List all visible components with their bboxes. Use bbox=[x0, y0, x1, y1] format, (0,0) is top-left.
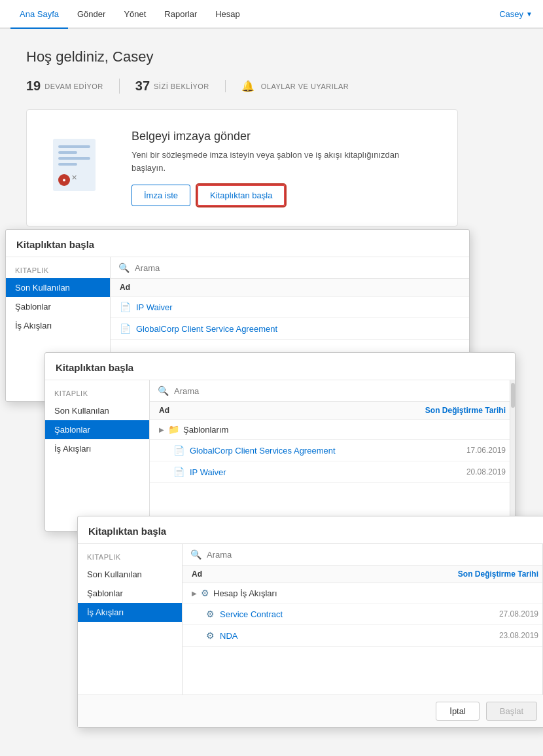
panel2-search-input[interactable] bbox=[174, 386, 507, 396]
nav-item-account[interactable]: Hesap bbox=[206, 0, 249, 29]
doc-icon-p2-2: 📄 bbox=[173, 467, 184, 477]
doc-icon-2: 📄 bbox=[120, 323, 131, 334]
stat-label-waiting: SİZİ BEKLİYOR bbox=[154, 82, 209, 90]
stat-label-inprogress: DEVAM EDİYOR bbox=[44, 82, 103, 90]
panel2-table-header: Ad Son Değiştirme Tarihi bbox=[150, 402, 515, 420]
doc-icon-p2-1: 📄 bbox=[173, 445, 184, 456]
promo-document-icon: ● ✕ bbox=[53, 139, 105, 198]
panel3-sidebar-son-kullanilan[interactable]: Son Kullanılan bbox=[78, 565, 182, 584]
workflow-icon-1: ⚙ bbox=[206, 609, 215, 619]
panel3-search-icon: 🔍 bbox=[190, 549, 201, 560]
panel2-body: Kitaplık Son Kullanılan Şablonlar İş Akı… bbox=[45, 380, 515, 531]
xmark-icon: ✕ bbox=[71, 173, 77, 182]
panel2-content: 🔍 Ad Son Değiştirme Tarihi ▶ 📁 Şablonlar… bbox=[150, 380, 515, 531]
panel1-sidebar-son-kullanilan[interactable]: Son Kullanılan bbox=[6, 278, 110, 297]
panel3-sidebar-sablonlar[interactable]: Şablonlar bbox=[78, 584, 182, 603]
workflow-folder-icon: ⚙ bbox=[201, 588, 209, 598]
panel1-sidebar-label: Kitaplık bbox=[6, 264, 110, 278]
workflow-icon-2: ⚙ bbox=[206, 630, 215, 641]
username-label: Casey bbox=[499, 9, 523, 19]
panel3-title: Kitaplıktan başla bbox=[78, 516, 543, 544]
panel2-row-1[interactable]: 📄 GlobalCorp Client Services Agreement 1… bbox=[150, 440, 515, 461]
panel2-folder-row[interactable]: ▶ 📁 Şablonlarım bbox=[150, 420, 515, 440]
panel3-body: Kitaplık Son Kullanılan Şablonlar İş Akı… bbox=[78, 544, 543, 694]
panel2-title: Kitaplıktan başla bbox=[45, 353, 515, 380]
stat-label-notifications: OLAYLAR VE UYARILAR bbox=[261, 82, 349, 90]
bell-icon: 🔔 bbox=[241, 80, 254, 92]
welcome-heading: Hoş geldiniz, Casey bbox=[26, 48, 517, 65]
nav-item-manage[interactable]: Yönet bbox=[114, 0, 155, 29]
seal-icon: ● bbox=[58, 174, 70, 186]
panel2-sidebar-son-kullanilan[interactable]: Son Kullanılan bbox=[45, 401, 149, 420]
panel1-table-header: Ad bbox=[111, 279, 469, 297]
imza-iste-button[interactable]: İmza iste bbox=[131, 185, 190, 206]
promo-buttons: İmza iste Kitaplıktan başla bbox=[131, 185, 431, 206]
stat-number-waiting: 37 bbox=[135, 79, 150, 94]
panel2-search-area: 🔍 bbox=[150, 380, 515, 402]
scrollbar-track-p2[interactable] bbox=[510, 380, 515, 531]
panel1-search-input[interactable] bbox=[135, 263, 461, 273]
user-menu[interactable]: Casey ▼ bbox=[499, 9, 533, 19]
panel3-sidebar-label: Kitaplık bbox=[78, 550, 182, 565]
panel1-search-area: 🔍 bbox=[111, 257, 469, 279]
panel1-search-icon: 🔍 bbox=[118, 262, 130, 273]
panel-is-akislari: Kitaplıktan başla Kitaplık Son Kullanıla… bbox=[77, 516, 543, 728]
panel3-content: 🔍 Ad Son Değiştirme Tarihi ▶ ⚙ Hesap İş … bbox=[183, 544, 543, 694]
panel3-footer: İptal Başlat bbox=[78, 694, 543, 727]
panel1-title: Kitaplıktan başla bbox=[6, 230, 469, 257]
panel2-sidebar: Kitaplık Son Kullanılan Şablonlar İş Akı… bbox=[45, 380, 150, 531]
promo-text-area: Belgeyi imzaya gönder Yeni bir sözleşmed… bbox=[131, 130, 431, 206]
panel3-search-input[interactable] bbox=[207, 550, 540, 560]
panel1-row-2[interactable]: 📄 GlobalCorp Client Service Agreement bbox=[111, 318, 469, 340]
nav-item-reports[interactable]: Raporlar bbox=[155, 0, 206, 29]
kitapliktan-basla-button[interactable]: Kitaplıktan başla bbox=[197, 185, 285, 206]
doc-icon-1: 📄 bbox=[120, 302, 131, 312]
nav-item-home[interactable]: Ana Sayfa bbox=[10, 0, 68, 29]
panel2-search-icon: 🔍 bbox=[158, 386, 169, 396]
stat-in-progress[interactable]: 19 DEVAM EDİYOR bbox=[26, 79, 119, 94]
panel1-sidebar-sablonlar[interactable]: Şablonlar bbox=[6, 297, 110, 316]
panel2-sidebar-label: Kitaplık bbox=[45, 387, 149, 401]
nav-items: Ana Sayfa Gönder Yönet Raporlar Hesap bbox=[10, 0, 499, 27]
promo-card: ● ✕ Belgeyi imzaya gönder Yeni bir sözle… bbox=[26, 109, 458, 226]
panel3-folder-row[interactable]: ▶ ⚙ Hesap İş Akışları bbox=[183, 583, 543, 603]
nav-item-send[interactable]: Gönder bbox=[68, 0, 114, 29]
stats-bar: 19 DEVAM EDİYOR 37 SİZİ BEKLİYOR 🔔 OLAYL… bbox=[26, 79, 517, 94]
panel1-sidebar-is-akislari[interactable]: İş Akışları bbox=[6, 316, 110, 335]
folder-icon: 📁 bbox=[168, 424, 179, 435]
stat-number-inprogress: 19 bbox=[26, 79, 41, 94]
panel1-row-1[interactable]: 📄 IP Waiver bbox=[111, 297, 469, 318]
promo-title: Belgeyi imzaya gönder bbox=[131, 130, 431, 143]
panel3-row-1[interactable]: ⚙ Service Contract 27.08.2019 bbox=[183, 603, 543, 625]
panel3-sidebar: Kitaplık Son Kullanılan Şablonlar İş Akı… bbox=[78, 544, 183, 694]
chevron-right-icon: ▶ bbox=[159, 426, 164, 433]
panel2-row-2[interactable]: 📄 IP Waiver 20.08.2019 bbox=[150, 461, 515, 483]
scrollbar-thumb-p2 bbox=[511, 383, 515, 408]
promo-description: Yeni bir sözleşmede imza isteyin veya şa… bbox=[131, 149, 431, 174]
panel-sablonlar: Kitaplıktan başla Kitaplık Son Kullanıla… bbox=[44, 352, 516, 531]
start-button[interactable]: Başlat bbox=[486, 702, 537, 721]
stat-waiting[interactable]: 37 SİZİ BEKLİYOR bbox=[119, 79, 225, 94]
main-content: Hoş geldiniz, Casey 19 DEVAM EDİYOR 37 S… bbox=[0, 29, 543, 226]
chevron-down-icon: ▼ bbox=[526, 10, 533, 18]
panel3-row-2[interactable]: ⚙ NDA 23.08.2019 bbox=[183, 625, 543, 647]
cancel-button[interactable]: İptal bbox=[436, 702, 480, 721]
panel2-sidebar-sablonlar[interactable]: Şablonlar bbox=[45, 420, 149, 439]
top-navigation: Ana Sayfa Gönder Yönet Raporlar Hesap Ca… bbox=[0, 0, 543, 29]
panel3-sidebar-is-akislari[interactable]: İş Akışları bbox=[78, 603, 182, 622]
panel3-table-header: Ad Son Değiştirme Tarihi bbox=[183, 566, 543, 583]
chevron-right-icon-p3: ▶ bbox=[192, 590, 197, 597]
panel3-search-area: 🔍 bbox=[183, 544, 543, 566]
stat-notifications[interactable]: 🔔 OLAYLAR VE UYARILAR bbox=[225, 80, 364, 92]
panel2-sidebar-is-akislari[interactable]: İş Akışları bbox=[45, 439, 149, 458]
